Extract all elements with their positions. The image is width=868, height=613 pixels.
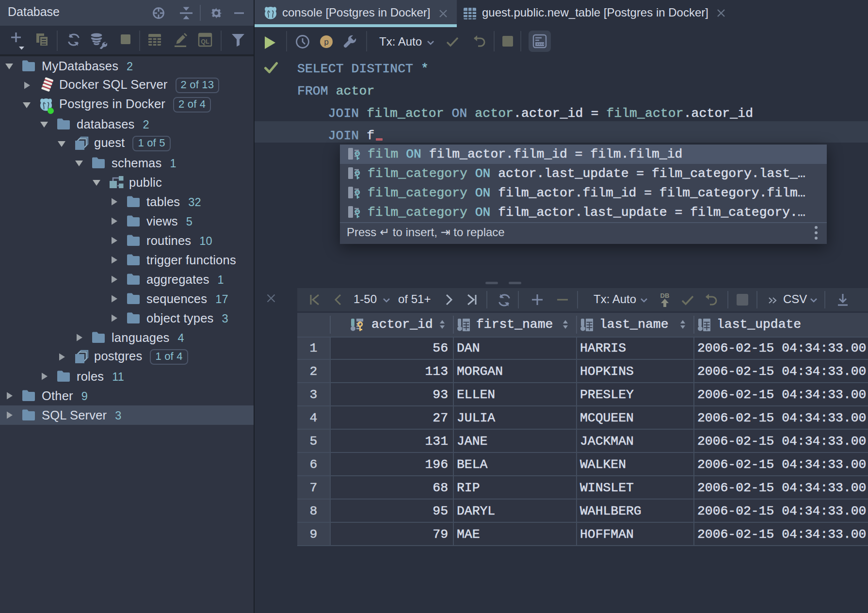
svg-text:DB: DB <box>660 292 670 299</box>
svg-text:p: p <box>324 38 329 47</box>
svg-text:QL: QL <box>201 38 209 45</box>
